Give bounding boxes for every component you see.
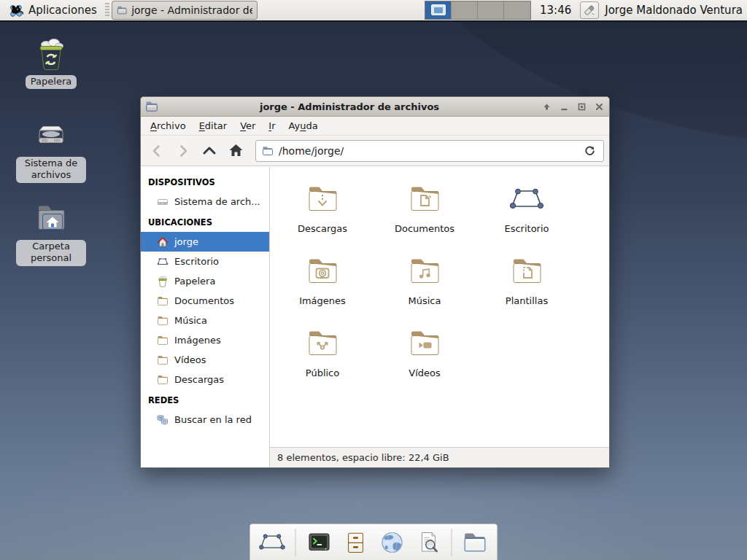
- drive-icon: [157, 196, 169, 208]
- desktop: Aplicaciones jorge - Administrador de...…: [0, 0, 747, 560]
- terminal-launcher[interactable]: [306, 529, 333, 556]
- show-desktop-button[interactable]: [259, 529, 286, 556]
- folder-icon: [157, 315, 169, 327]
- maximize-button[interactable]: [576, 101, 587, 112]
- sidebar-item-sistema-de-archivos[interactable]: Sistema de arch...: [141, 192, 269, 211]
- taskbar-window-button[interactable]: jorge - Administrador de...: [112, 1, 258, 20]
- folder-videos-icon: [407, 326, 442, 361]
- folder-icon: [157, 374, 169, 386]
- menu-ir[interactable]: Ir: [262, 117, 282, 134]
- file-musica[interactable]: Música: [374, 249, 476, 322]
- folder-images-icon: [305, 254, 340, 289]
- toolbar: /home/jorge/: [141, 136, 609, 166]
- folder-templates-icon: [509, 254, 544, 289]
- file-manager-icon: [117, 4, 127, 16]
- session-action-button[interactable]: [580, 1, 599, 19]
- home-icon: [157, 236, 169, 248]
- statusbar-text: 8 elementos, espacio libre: 22,4 GiB: [277, 452, 449, 463]
- file-documentos[interactable]: Documentos: [374, 177, 476, 249]
- workspace-3[interactable]: [478, 1, 504, 19]
- desktop-icon-label: Carpeta personal: [16, 240, 86, 266]
- file-cabinet-icon: [343, 529, 368, 556]
- folder-icon: [157, 354, 169, 366]
- menu-editar[interactable]: Editar: [193, 117, 234, 134]
- folder-downloads-icon: [305, 182, 340, 217]
- desktop-icon-papelera[interactable]: Papelera: [16, 36, 86, 89]
- back-button[interactable]: [144, 139, 169, 163]
- path-text: /home/jorge/: [279, 145, 576, 157]
- show-desktop-icon: [259, 529, 286, 556]
- forward-button[interactable]: [171, 139, 196, 163]
- sidebar-header-network: REDES: [141, 389, 269, 410]
- file-manager-launcher[interactable]: [462, 529, 489, 556]
- folder-icon: [157, 295, 169, 307]
- titlebar[interactable]: jorge - Administrador de archivos: [141, 97, 609, 117]
- sidebar-item-descargas[interactable]: Descargas: [141, 370, 269, 389]
- up-button[interactable]: [197, 139, 222, 163]
- sidebar-item-musica[interactable]: Música: [141, 311, 269, 330]
- path-entry[interactable]: /home/jorge/: [255, 140, 604, 162]
- location-folder-icon: [262, 145, 274, 157]
- desktop-icon: [157, 256, 169, 268]
- file-descargas[interactable]: Descargas: [271, 177, 374, 249]
- search-launcher[interactable]: [415, 529, 442, 556]
- window-icon: [145, 100, 158, 113]
- file-publico[interactable]: Público: [271, 322, 374, 394]
- tasklist-handle[interactable]: [105, 3, 109, 18]
- menu-ver[interactable]: Ver: [233, 117, 262, 134]
- workspace-pager: [425, 1, 531, 20]
- folder-documents-icon: [407, 182, 442, 217]
- minimize-button[interactable]: [558, 101, 570, 112]
- dock-separator: [295, 529, 296, 556]
- workspace-window-thumbnail: [431, 4, 446, 15]
- sidebar-item-jorge[interactable]: jorge: [141, 232, 269, 252]
- workspace-4[interactable]: [504, 1, 530, 19]
- file-plantillas[interactable]: Plantillas: [476, 249, 578, 322]
- home-folder-icon: [34, 201, 69, 236]
- menu-archivo[interactable]: Archivo: [144, 117, 193, 134]
- file-manager-window: jorge - Administrador de archivos Archiv…: [140, 96, 610, 468]
- sidebar-item-imagenes[interactable]: Imágenes: [141, 330, 269, 350]
- reload-button[interactable]: [581, 143, 597, 159]
- sidebar-header-locations: UBICACIONES: [141, 211, 269, 232]
- close-button[interactable]: [593, 101, 605, 112]
- file-cabinet-launcher[interactable]: [342, 529, 369, 556]
- desktop-icon-label: Papelera: [26, 75, 77, 89]
- web-browser-launcher[interactable]: [379, 529, 406, 556]
- terminal-icon: [306, 529, 332, 556]
- sidebar-item-buscar-en-la-red[interactable]: Buscar en la red: [141, 410, 269, 429]
- sidebar-item-papelera[interactable]: Papelera: [141, 271, 269, 291]
- sidebar-item-escritorio[interactable]: Escritorio: [141, 252, 269, 271]
- top-panel: Aplicaciones jorge - Administrador de...…: [0, 0, 747, 22]
- statusbar: 8 elementos, espacio libre: 22,4 GiB: [270, 447, 609, 467]
- main-view: Descargas Documentos: [270, 167, 609, 467]
- file-imagenes[interactable]: Imágenes: [271, 249, 374, 322]
- file-videos[interactable]: Vídeos: [374, 322, 476, 394]
- sidebar-item-videos[interactable]: Vídeos: [141, 350, 269, 370]
- folder-public-icon: [305, 326, 340, 361]
- sidebar-item-documentos[interactable]: Documentos: [141, 291, 269, 311]
- globe-icon: [379, 529, 405, 556]
- username-label: Jorge Maldonado Ventura: [605, 4, 743, 17]
- applications-label: Aplicaciones: [28, 4, 97, 17]
- side-pane: DISPOSITIVOS Sistema de arch... UBICACIO…: [141, 167, 270, 467]
- desktop-icon-sistema-de-archivos[interactable]: Sistema de archivos: [16, 118, 86, 183]
- folder-music-icon: [407, 254, 442, 289]
- clock: 13:46: [540, 4, 571, 17]
- xfce-logo-icon: [7, 2, 25, 18]
- desktop-icon-label: Sistema de archivos: [16, 157, 86, 183]
- shade-button[interactable]: [541, 101, 552, 112]
- workspace-1[interactable]: [425, 1, 452, 19]
- menu-ayuda[interactable]: Ayuda: [282, 117, 325, 134]
- desktop-icon: [509, 182, 544, 217]
- applications-menu-button[interactable]: Aplicaciones: [4, 1, 100, 20]
- search-document-icon: [415, 529, 441, 556]
- workspace-2[interactable]: [452, 1, 478, 19]
- file-escritorio[interactable]: Escritorio: [476, 177, 578, 249]
- window-title: jorge - Administrador de archivos: [158, 101, 541, 112]
- trash-full-icon: [34, 36, 69, 71]
- home-button[interactable]: [223, 139, 248, 163]
- blue-folder-icon: [462, 529, 489, 556]
- desktop-icon-carpeta-personal[interactable]: Carpeta personal: [16, 201, 86, 266]
- sidebar-header-devices: DISPOSITIVOS: [141, 171, 269, 192]
